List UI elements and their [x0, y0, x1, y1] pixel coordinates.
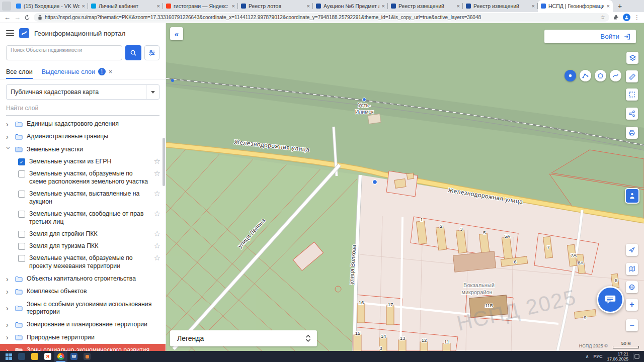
- checkbox[interactable]: [18, 170, 25, 177]
- checkbox[interactable]: [18, 211, 25, 218]
- window-icon[interactable]: [2, 2, 11, 11]
- favorite-star-icon[interactable]: ☆: [154, 254, 160, 261]
- globe-button[interactable]: [626, 281, 638, 293]
- close-icon[interactable]: ×: [307, 4, 310, 9]
- layer-row[interactable]: Земельные участки, образуемые по проекту…: [0, 252, 166, 273]
- close-icon[interactable]: ×: [532, 4, 535, 9]
- close-icon[interactable]: ×: [457, 4, 460, 9]
- zoom-in-button[interactable]: +: [626, 299, 638, 311]
- legend-bar[interactable]: Легенда: [170, 330, 317, 346]
- print-button[interactable]: [626, 127, 638, 139]
- taskbar-app-word[interactable]: W: [67, 351, 80, 362]
- taskbar-app-other[interactable]: [80, 351, 94, 362]
- profile-avatar[interactable]: [623, 14, 630, 21]
- checkbox[interactable]: [18, 243, 25, 250]
- sidebar-scrollbar[interactable]: [163, 138, 165, 186]
- tab-selected-layers[interactable]: Выделенные слои 1 ×: [42, 64, 112, 79]
- browser-tab[interactable]: Реестр извещений ×: [388, 0, 463, 12]
- measure-freehand-button[interactable]: [610, 70, 621, 81]
- layer-row[interactable]: Земля для туризма ПКК ☆: [0, 240, 166, 252]
- layer-row[interactable]: Земельные участки, выставленные на аукци…: [0, 188, 166, 208]
- layer-search-input[interactable]: Найти слой: [6, 105, 159, 116]
- layer-group-row[interactable]: › Комплексы объектов: [0, 285, 166, 298]
- filter-button[interactable]: [144, 45, 159, 60]
- layer-row[interactable]: Земельные участки, свободные от прав тре…: [0, 208, 166, 228]
- taskbar-app-explorer[interactable]: [28, 351, 41, 362]
- share-button[interactable]: [626, 108, 638, 120]
- search-button[interactable]: [125, 45, 141, 60]
- favorite-star-icon[interactable]: ☆: [154, 210, 160, 217]
- menu-icon[interactable]: [6, 30, 14, 36]
- login-bar[interactable]: Войти: [544, 30, 636, 43]
- close-icon[interactable]: ×: [382, 4, 385, 9]
- layer-group-row[interactable]: › Природные территории: [0, 331, 166, 344]
- forward-button[interactable]: →: [14, 14, 21, 21]
- notification-center-icon[interactable]: [633, 353, 640, 360]
- close-icon[interactable]: ×: [157, 4, 160, 9]
- browser-menu-icon[interactable]: ⋮: [634, 14, 640, 21]
- language-indicator[interactable]: РУС: [593, 354, 602, 359]
- layer-row[interactable]: Земельные участки, образуемые по схеме р…: [0, 168, 166, 188]
- browser-tab-active[interactable]: НСПД | Геоинформацио... ×: [538, 0, 613, 12]
- clear-selected-icon[interactable]: ×: [109, 68, 112, 75]
- layer-group-row[interactable]: › Зонирование и планирование территории: [0, 318, 166, 331]
- collapse-sidebar-button[interactable]: «: [170, 27, 183, 40]
- reload-icon[interactable]: [24, 15, 30, 21]
- station-point-marker[interactable]: [363, 98, 366, 102]
- layer-group-row-highlighted[interactable]: › Зоны социально-экономического развития: [0, 344, 166, 351]
- new-tab-button[interactable]: +: [615, 1, 625, 11]
- tray-chevron-icon[interactable]: ∧: [586, 354, 589, 359]
- favorite-star-icon[interactable]: ☆: [154, 230, 160, 237]
- taskbar-app-browser-active[interactable]: [54, 351, 67, 362]
- favorite-star-icon[interactable]: ☆: [154, 242, 160, 249]
- map-point-marker[interactable]: [171, 79, 174, 82]
- layers-button[interactable]: [626, 52, 638, 64]
- measure-point-button[interactable]: [565, 70, 576, 81]
- layer-row[interactable]: ✓ Земельные участки из ЕГРН ☆: [0, 156, 166, 168]
- browser-tab[interactable]: Личный кабинет ×: [88, 0, 163, 12]
- extensions-puzzle-icon[interactable]: [613, 14, 619, 21]
- favorite-star-icon[interactable]: ☆: [154, 170, 160, 177]
- measure-area-button[interactable]: [595, 70, 606, 81]
- start-button[interactable]: [2, 351, 15, 362]
- zoom-out-button[interactable]: −: [626, 319, 638, 331]
- favorite-star-icon[interactable]: ☆: [154, 158, 160, 165]
- browser-tab[interactable]: (15) Входящие - VK Work... ×: [13, 0, 88, 12]
- checkbox-checked[interactable]: ✓: [18, 158, 25, 165]
- browser-tab[interactable]: Реестр лотов ×: [238, 0, 313, 12]
- browser-tab[interactable]: гистограми — Яндекс: наш... ×: [163, 0, 238, 12]
- layer-group-row[interactable]: › Объекты капитального строительства: [0, 273, 166, 285]
- clock[interactable]: 17:21 17.06.2025: [607, 351, 628, 361]
- ruler-button[interactable]: [626, 70, 638, 82]
- close-icon[interactable]: ×: [232, 4, 235, 9]
- back-button[interactable]: ←: [4, 14, 11, 21]
- favorite-star-icon[interactable]: ☆: [154, 190, 160, 197]
- layer-group-row[interactable]: › Зоны с особыми условиями использования…: [0, 298, 166, 319]
- taskbar-app-mail[interactable]: [15, 351, 28, 362]
- browser-tab[interactable]: Аукцион №6 Предмет а... ×: [313, 0, 388, 12]
- panorama-button[interactable]: [625, 188, 639, 204]
- layer-group-row-expanded[interactable]: › Земельные участки: [0, 143, 166, 156]
- checkbox[interactable]: [18, 191, 25, 198]
- layer-group-row[interactable]: › Единицы кадастрового деления: [0, 118, 166, 130]
- address-bar[interactable]: https://nspd.gov.ru/map?thematic=PKK&zoo…: [34, 13, 609, 22]
- browser-tab[interactable]: Реестр извещений ×: [463, 0, 538, 12]
- chat-button[interactable]: [597, 286, 624, 313]
- select-area-button[interactable]: [626, 88, 638, 101]
- layer-row[interactable]: Земля для стройки ПКК ☆: [0, 228, 166, 240]
- checkbox[interactable]: [18, 255, 25, 262]
- theme-select[interactable]: Публичная кадастровая карта: [6, 84, 159, 100]
- taskbar-app-yandex[interactable]: Я: [41, 351, 54, 362]
- search-input[interactable]: Поиск Объекты недвижимости: [6, 45, 122, 60]
- measure-line-button[interactable]: [580, 70, 591, 81]
- close-icon[interactable]: ×: [607, 4, 610, 9]
- tab-all-layers[interactable]: Все слои: [6, 64, 33, 79]
- map-canvas[interactable]: НСПД 2025 Железнодорожная улица Железнод…: [166, 23, 644, 351]
- checkbox[interactable]: [18, 231, 25, 238]
- layer-group-row[interactable]: › Административные границы: [0, 130, 166, 143]
- basemap-button[interactable]: [626, 263, 638, 275]
- locate-button[interactable]: [626, 244, 638, 256]
- close-icon[interactable]: ×: [82, 4, 85, 9]
- selected-point-marker[interactable]: [373, 180, 377, 185]
- bookmark-star-icon[interactable]: ☆: [600, 14, 605, 21]
